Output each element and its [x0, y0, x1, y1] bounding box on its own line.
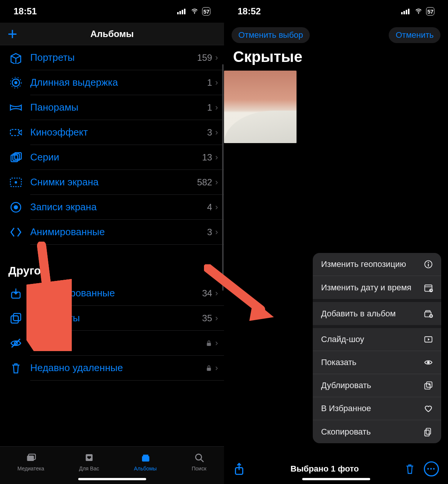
album-label: Панорамы: [30, 102, 207, 113]
burst-icon: [8, 150, 23, 165]
dup-icon: [8, 311, 23, 326]
album-label: Записи экрана: [30, 201, 207, 213]
cine-icon: [8, 125, 23, 140]
selected-check-icon: ✓: [282, 129, 294, 140]
album-row[interactable]: Дубликаты 35 ›: [30, 306, 224, 331]
album-count: 35: [202, 313, 212, 324]
selection-count: Выбрано 1 фото: [290, 464, 359, 474]
tab-label: Медиатека: [17, 466, 44, 472]
album-label: Дубликаты: [30, 312, 202, 324]
chevron-right-icon: ›: [215, 103, 218, 113]
photo-grid: ✓: [224, 71, 448, 143]
menu-item[interactable]: Изменить дату и время: [313, 276, 441, 299]
cube-icon: [8, 50, 23, 65]
screen-hidden: 18:52 57 Отменить выбор Отменить Скрытые…: [224, 0, 448, 484]
menu-item-label: Изменить геопозицию: [321, 259, 406, 269]
album-count: 3: [207, 127, 212, 138]
album-label: Недавно удаленные: [30, 362, 205, 374]
live-icon: [8, 75, 23, 90]
album-list: Портреты 159 › Длинная выдержка 1 › Пано…: [0, 45, 224, 446]
album-label: Длинная выдержка: [30, 77, 207, 88]
nav-bar: Отменить выбор Отменить Скрытые: [224, 23, 448, 71]
cellular-icon: [177, 8, 187, 14]
album-row[interactable]: Импортированные 34 ›: [30, 281, 224, 306]
hidden-icon: [8, 336, 23, 351]
status-bar: 18:51 57: [0, 0, 224, 23]
tab-foryou[interactable]: Для Вас: [79, 451, 99, 472]
section-header: Другое: [8, 264, 224, 277]
album-count: 159: [197, 52, 212, 63]
home-indicator[interactable]: [78, 478, 146, 480]
chevron-right-icon: ›: [215, 177, 218, 187]
menu-item[interactable]: Показать: [313, 351, 441, 374]
menu-item[interactable]: Добавить в альбом: [313, 302, 441, 325]
menu-item[interactable]: Скопировать: [313, 420, 441, 443]
menu-item[interactable]: Слайд-шоу: [313, 328, 441, 351]
album-row[interactable]: Анимированные 3 ›: [30, 220, 224, 245]
lock-icon: [205, 364, 212, 372]
nav-bar: + Альбомы: [0, 23, 224, 45]
home-indicator[interactable]: [302, 478, 370, 480]
status-time: 18:52: [238, 6, 261, 17]
cancel-button[interactable]: Отменить: [389, 27, 440, 43]
menu-item-label: Добавить в альбом: [321, 309, 396, 319]
menu-item[interactable]: Изменить геопозицию: [313, 253, 441, 276]
info-icon: [424, 260, 433, 269]
menu-item-label: В Избранное: [321, 404, 371, 413]
chevron-right-icon: ›: [215, 128, 218, 137]
status-time: 18:51: [14, 6, 37, 17]
album-label: Киноэффект: [30, 126, 207, 138]
album-row[interactable]: Записи экрана 4 ›: [30, 195, 224, 220]
album-count: 34: [202, 288, 212, 299]
tab-label: Для Вас: [79, 466, 99, 472]
album-row[interactable]: Недавно удаленные ›: [30, 356, 224, 381]
cal-icon: [424, 283, 433, 292]
cancel-selection-button[interactable]: Отменить выбор: [232, 27, 310, 43]
chevron-right-icon: ›: [215, 53, 218, 63]
tab-label: Поиск: [192, 466, 207, 472]
menu-item-label: Скопировать: [321, 427, 371, 437]
album-count: 13: [202, 152, 212, 163]
share-button[interactable]: [233, 462, 245, 476]
album-row[interactable]: Снимки экрана 582 ›: [30, 170, 224, 195]
wifi-icon: [190, 8, 199, 15]
lock-icon: [205, 339, 212, 347]
shot-icon: [8, 175, 23, 190]
chevron-right-icon: ›: [215, 313, 218, 323]
more-button[interactable]: •••: [424, 461, 439, 476]
copy-icon: [424, 427, 433, 436]
screen-albums: 18:51 57 + Альбомы Портреты 159 › Длинна…: [0, 0, 224, 484]
page-title: Скрытые: [233, 48, 440, 65]
chevron-right-icon: ›: [215, 78, 218, 88]
chevron-right-icon: ›: [215, 202, 218, 212]
heart-icon: [424, 404, 433, 413]
album-count: 3: [207, 227, 212, 237]
album-row[interactable]: Портреты 159 ›: [30, 45, 224, 70]
album-label: Скрытые: [30, 337, 205, 349]
album-row[interactable]: Серии 13 ›: [30, 145, 224, 170]
menu-item[interactable]: В Избранное: [313, 397, 441, 420]
album-row[interactable]: Панорамы 1 ›: [30, 95, 224, 120]
photo-thumbnail[interactable]: ✓: [224, 71, 297, 143]
album-count: 1: [207, 77, 212, 88]
tab-library[interactable]: Медиатека: [17, 451, 44, 472]
album-row[interactable]: Длинная выдержка 1 ›: [30, 70, 224, 95]
battery-icon: 57: [202, 7, 210, 15]
album-label: Серии: [30, 151, 202, 163]
album-row[interactable]: Скрытые ›: [30, 331, 224, 356]
menu-item[interactable]: Дублировать: [313, 374, 441, 397]
chevron-right-icon: ›: [215, 363, 218, 373]
scroll-indicator[interactable]: [222, 64, 224, 291]
tab-search[interactable]: Поиск: [192, 451, 207, 472]
import-icon: [8, 286, 23, 301]
tab-albums[interactable]: Альбомы: [134, 451, 157, 472]
chevron-right-icon: ›: [215, 338, 218, 348]
delete-button[interactable]: [404, 462, 416, 475]
nav-title: Альбомы: [0, 29, 224, 39]
tab-label: Альбомы: [134, 466, 157, 472]
status-bar: 18:52 57: [224, 0, 448, 23]
album-row[interactable]: Киноэффект 3 ›: [30, 120, 224, 145]
album-label: Снимки экрана: [30, 176, 197, 188]
menu-item-label: Показать: [321, 358, 357, 367]
menu-item-label: Изменить дату и время: [321, 283, 411, 293]
